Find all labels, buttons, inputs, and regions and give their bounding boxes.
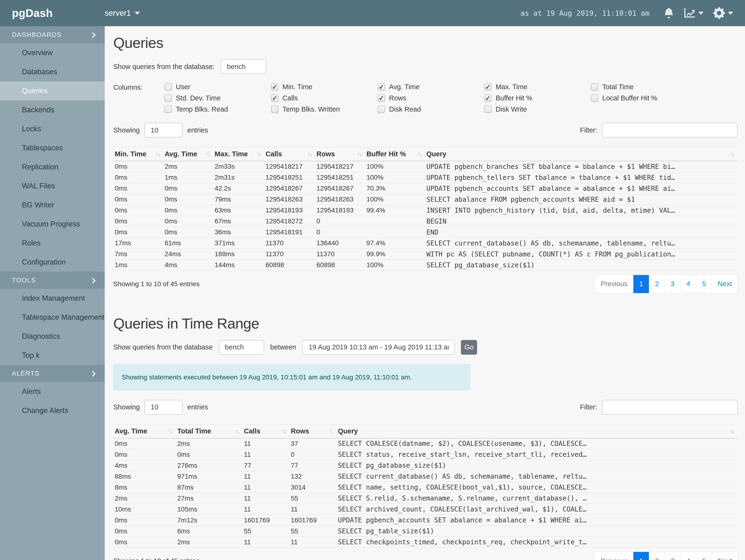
column-header-buffer-hit[interactable]: Buffer Hit %↑↓ bbox=[365, 147, 425, 161]
column-header-query[interactable]: Query↑↓ bbox=[425, 147, 738, 161]
column-header-avg-time[interactable]: Avg. Time↑↓ bbox=[113, 424, 176, 438]
sidebar-item-tablespace-management[interactable]: Tablespace Management bbox=[0, 308, 105, 327]
query-link[interactable]: UPDATE pgbench_accounts SET abalance = a… bbox=[425, 183, 738, 194]
page-button-next[interactable]: Next bbox=[712, 552, 738, 560]
column-header-max-time[interactable]: Max. Time↑↓ bbox=[213, 147, 264, 161]
cell-avg-time: 61ms bbox=[163, 238, 213, 249]
query-link[interactable]: UPDATE pgbench_branches SET bbalance = b… bbox=[425, 161, 738, 172]
column-checkbox-disk-read[interactable]: Disk Read bbox=[378, 105, 484, 113]
sidebar-item-wal-files[interactable]: WAL Files bbox=[0, 176, 105, 196]
go-button[interactable]: Go bbox=[461, 340, 477, 355]
column-checkbox-total-time[interactable]: Total Time bbox=[591, 83, 698, 91]
sidebar-item-queries[interactable]: Queries bbox=[0, 81, 105, 100]
page-button-4[interactable]: 4 bbox=[680, 552, 696, 560]
sidebar-item-tablespaces[interactable]: Tablespaces bbox=[0, 138, 105, 158]
query-link[interactable]: SELECT current_database() AS db, scheman… bbox=[336, 471, 738, 482]
filter-input[interactable] bbox=[602, 123, 738, 137]
query-link[interactable]: SELECT status, receive_start_lsn, receiv… bbox=[336, 449, 738, 460]
page-button-next[interactable]: Next bbox=[712, 275, 738, 293]
settings-menu-button[interactable] bbox=[713, 7, 733, 19]
time-range-input[interactable] bbox=[302, 340, 455, 355]
column-checkbox-avg-time[interactable]: ✓Avg. Time bbox=[378, 83, 484, 91]
page-button-1[interactable]: 1 bbox=[633, 275, 649, 293]
query-link[interactable]: SELECT abalance FROM pgbench_accounts WH… bbox=[425, 194, 738, 205]
query-link[interactable]: SELECT name, setting, COALESCE(boot_val,… bbox=[336, 482, 738, 493]
database-input-2[interactable] bbox=[219, 340, 264, 355]
page-button-5[interactable]: 5 bbox=[696, 275, 712, 293]
query-link[interactable]: SELECT COALESCE(datname, $2), COALESCE(u… bbox=[336, 438, 738, 449]
query-link[interactable]: SELECT pg_database_size($1) bbox=[336, 460, 738, 471]
page-button-5[interactable]: 5 bbox=[696, 552, 712, 560]
column-checkbox-std-dev-time[interactable]: Std. Dev. Time bbox=[164, 94, 271, 102]
column-checkbox-buffer-hit[interactable]: ✓Buffer Hit % bbox=[484, 94, 591, 102]
query-link[interactable]: BEGIN bbox=[425, 216, 738, 227]
query-link[interactable]: END bbox=[425, 227, 738, 238]
query-link[interactable]: SELECT pg_table_size($1) bbox=[336, 526, 738, 537]
charts-menu-button[interactable] bbox=[684, 7, 704, 19]
page-button-previous[interactable]: Previous bbox=[595, 552, 634, 560]
column-checkbox-user[interactable]: User bbox=[164, 83, 271, 91]
app-logo[interactable]: pgDash bbox=[0, 7, 105, 20]
query-link[interactable]: SELECT S.relid, S.schemaname, S.relname,… bbox=[336, 493, 738, 504]
server-selector[interactable]: server1 bbox=[105, 8, 140, 18]
sidebar-section-dashboards[interactable]: DASHBOARDS bbox=[0, 26, 105, 43]
sidebar-item-vacuum-progress[interactable]: Vacuum Progress bbox=[0, 215, 105, 234]
page-button-4[interactable]: 4 bbox=[680, 275, 696, 293]
sidebar-item-backends[interactable]: Backends bbox=[0, 100, 105, 120]
column-checkbox-temp-blks-read[interactable]: Temp Blks. Read bbox=[164, 105, 271, 113]
page-button-2[interactable]: 2 bbox=[649, 552, 665, 560]
query-link[interactable]: SELECT checkpoints_timed, checkpoints_re… bbox=[336, 537, 738, 548]
column-checkbox-rows[interactable]: ✓Rows bbox=[378, 94, 484, 102]
bell-icon bbox=[663, 7, 674, 19]
query-link[interactable]: SELECT pg_database_size($1) bbox=[425, 260, 738, 270]
sidebar-item-change-alerts[interactable]: Change Alerts bbox=[0, 401, 105, 420]
page-button-previous[interactable]: Previous bbox=[595, 275, 634, 293]
database-input[interactable] bbox=[221, 59, 266, 74]
page-button-3[interactable]: 3 bbox=[665, 552, 680, 560]
sidebar-item-overview[interactable]: Overview bbox=[0, 43, 105, 62]
sidebar-item-replication[interactable]: Replication bbox=[0, 158, 105, 176]
sidebar-item-index-management[interactable]: Index Management bbox=[0, 289, 105, 308]
query-link[interactable]: SELECT current_database() AS db, scheman… bbox=[425, 238, 738, 249]
column-header-query[interactable]: Query↑↓ bbox=[336, 424, 738, 438]
query-link[interactable]: UPDATE pgbench_tellers SET tbalance = tb… bbox=[425, 172, 738, 183]
query-link[interactable]: INSERT INTO pgbench_history (tid, bid, a… bbox=[425, 205, 738, 216]
column-header-calls[interactable]: Calls↑↓ bbox=[264, 147, 315, 161]
column-header-total-time[interactable]: Total Time↑↓ bbox=[176, 424, 242, 438]
notifications-button[interactable] bbox=[663, 7, 674, 19]
column-header-avg-time[interactable]: Avg. Time↑↓ bbox=[163, 147, 213, 161]
cell-total-time: 105ms bbox=[176, 504, 242, 515]
column-checkbox-temp-blks-written[interactable]: Temp Blks. Written bbox=[271, 105, 378, 113]
cell-total-time: 87ms bbox=[176, 482, 242, 493]
sidebar-item-configuration[interactable]: Configuration bbox=[0, 253, 105, 272]
query-link[interactable]: SELECT archived_count, COALESCE(last_arc… bbox=[336, 504, 738, 515]
page-button-2[interactable]: 2 bbox=[649, 275, 665, 293]
cell-avg-time: 24ms bbox=[163, 249, 213, 260]
filter-input-2[interactable] bbox=[602, 400, 738, 415]
column-checkbox-calls[interactable]: ✓Calls bbox=[271, 94, 378, 102]
column-checkbox-local-buffer-hit[interactable]: Local Buffer Hit % bbox=[591, 94, 698, 102]
column-checkbox-min-time[interactable]: ✓Min. Time bbox=[271, 83, 378, 91]
page-button-3[interactable]: 3 bbox=[665, 275, 680, 293]
sidebar-item-locks[interactable]: Locks bbox=[0, 120, 105, 138]
sidebar-item-databases[interactable]: Databases bbox=[0, 62, 105, 81]
page-button-1[interactable]: 1 bbox=[633, 552, 649, 560]
sidebar-item-alerts[interactable]: Alerts bbox=[0, 382, 105, 401]
sidebar-item-top-k[interactable]: Top k bbox=[0, 346, 105, 365]
column-header-calls[interactable]: Calls↑↓ bbox=[242, 424, 289, 438]
query-link[interactable]: UPDATE pgbench_accounts SET abalance = a… bbox=[336, 515, 738, 526]
column-header-rows[interactable]: Rows↑↓ bbox=[289, 424, 336, 438]
page-size-input[interactable] bbox=[144, 123, 183, 137]
cell-avg-time: 0ms bbox=[113, 526, 176, 537]
column-checkbox-disk-write[interactable]: Disk Write bbox=[484, 105, 591, 113]
sidebar-section-tools[interactable]: TOOLS bbox=[0, 272, 105, 289]
column-header-min-time[interactable]: Min. Time↑↓ bbox=[113, 147, 163, 161]
sidebar-section-alerts[interactable]: ALERTS bbox=[0, 365, 105, 382]
sidebar-item-roles[interactable]: Roles bbox=[0, 234, 105, 253]
sidebar-item-diagnostics[interactable]: Diagnostics bbox=[0, 327, 105, 346]
column-header-rows[interactable]: Rows↑↓ bbox=[315, 147, 365, 161]
column-checkbox-max-time[interactable]: ✓Max. Time bbox=[484, 83, 591, 91]
query-link[interactable]: WITH pc AS (SELECT pubname, COUNT(*) AS … bbox=[425, 249, 738, 260]
sidebar-item-bg-writer[interactable]: BG Writer bbox=[0, 196, 105, 215]
page-size-input-2[interactable] bbox=[144, 400, 183, 415]
